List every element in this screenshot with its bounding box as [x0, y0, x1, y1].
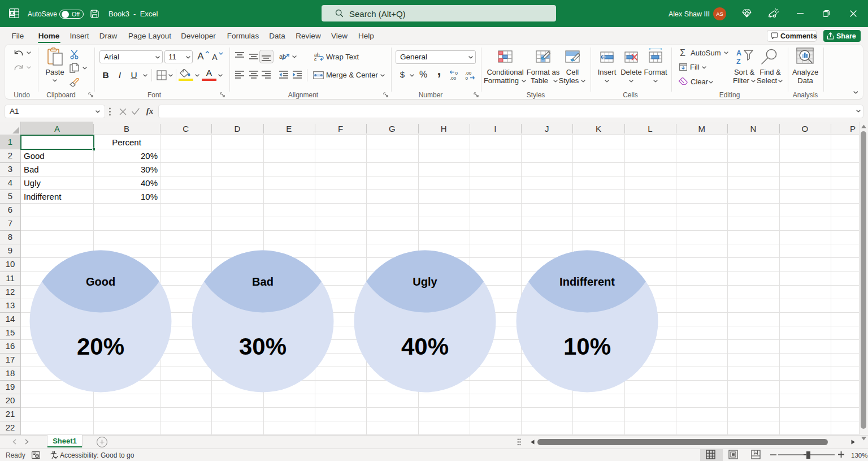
svg-text:.00: .00	[450, 76, 457, 80]
svg-text:Indifferent: Indifferent	[559, 275, 615, 288]
svg-text:10%: 10%	[563, 333, 611, 360]
svg-text:A: A	[736, 49, 741, 57]
svg-text:Bad: Bad	[252, 275, 274, 288]
svg-text:0: 0	[466, 76, 468, 80]
svg-text:Ugly: Ugly	[413, 275, 437, 288]
svg-text:ab: ab	[279, 53, 286, 60]
svg-text:20%: 20%	[77, 333, 124, 360]
svg-text:30%: 30%	[239, 333, 287, 360]
svg-text:40%: 40%	[401, 333, 449, 360]
svg-text:Good: Good	[86, 275, 115, 288]
svg-text:Z: Z	[736, 58, 741, 66]
